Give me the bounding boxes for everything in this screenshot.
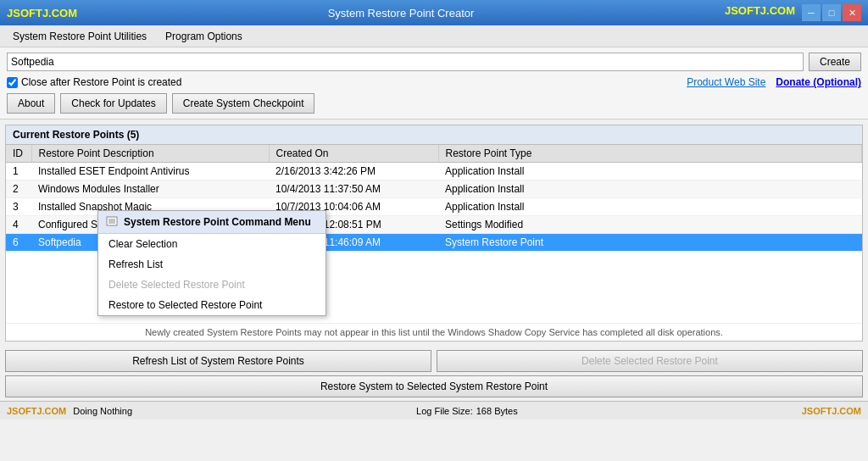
bottom-row1: Refresh List of System Restore Points De… (5, 350, 863, 372)
links-row: Product Web Site Donate (Optional) (687, 76, 861, 88)
col-type: Restore Point Type (438, 145, 862, 163)
product-web-link[interactable]: Product Web Site (687, 76, 765, 88)
table-header-row: ID Restore Point Description Created On … (6, 145, 862, 163)
restore-system-button[interactable]: Restore System to Selected System Restor… (5, 375, 863, 397)
create-button[interactable]: Create (809, 53, 861, 71)
delete-restore-button[interactable]: Delete Selected Restore Point (437, 350, 863, 372)
create-checkpoint-button[interactable]: Create System Checkpoint (172, 93, 315, 114)
context-menu-header: System Restore Point Command Menu (98, 211, 326, 234)
close-after-checkbox-label: Close after Restore Point is created (7, 76, 181, 88)
restore-name-input[interactable] (7, 53, 804, 71)
close-button[interactable]: ✕ (843, 4, 861, 21)
refresh-list-button[interactable]: Refresh List of System Restore Points (5, 350, 431, 372)
status-left: JSOFTJ.COM Doing Nothing (7, 406, 132, 416)
check-updates-button[interactable]: Check for Updates (60, 93, 166, 114)
maximize-button[interactable]: □ (822, 4, 841, 21)
log-size: 168 Bytes (476, 406, 518, 416)
about-button[interactable]: About (7, 93, 55, 114)
status-logo-left: JSOFTJ.COM (7, 406, 66, 416)
context-menu: System Restore Point Command Menu Clear … (97, 210, 326, 316)
menu-program-options[interactable]: Program Options (156, 27, 252, 46)
toolbar-row3: About Check for Updates Create System Ch… (7, 93, 861, 114)
bottom-row2: Restore System to Selected System Restor… (5, 375, 863, 397)
table-row[interactable]: 2Windows Modules Installer10/4/2013 11:3… (6, 181, 862, 198)
section-header: Current Restore Points (5) (6, 125, 862, 145)
status-text: Doing Nothing (73, 406, 132, 416)
main-content: Current Restore Points (5) ID Restore Po… (5, 125, 863, 342)
context-refresh-list[interactable]: Refresh List (98, 254, 326, 275)
log-label: Log File Size: (416, 406, 473, 416)
col-id: ID (6, 145, 31, 163)
col-desc: Restore Point Description (31, 145, 269, 163)
context-clear-selection[interactable]: Clear Selection (98, 234, 326, 254)
status-center: Log File Size: 168 Bytes (416, 406, 518, 416)
title-bar-controls: JSOFTJ.COM ─ □ ✕ (725, 4, 861, 21)
title-bar-logo-left: JSOFTJ.COM (7, 7, 77, 19)
donate-link[interactable]: Donate (Optional) (776, 76, 861, 88)
footer-note: Newly created System Restore Points may … (6, 323, 862, 341)
bottom-buttons: Refresh List of System Restore Points De… (0, 347, 868, 401)
title-bar: JSOFTJ.COM System Restore Point Creator … (0, 0, 868, 25)
menu-system-restore[interactable]: System Restore Point Utilities (3, 27, 156, 46)
title-bar-logo-right: JSOFTJ.COM (725, 4, 795, 21)
minimize-button[interactable]: ─ (802, 4, 821, 21)
context-restore-to-selected[interactable]: Restore to Selected Restore Point (98, 295, 326, 315)
context-delete-restore: Delete Selected Restore Point (98, 275, 326, 295)
table-row[interactable]: 1Installed ESET Endpoint Antivirus2/16/2… (6, 163, 862, 181)
col-date: Created On (269, 145, 438, 163)
title-bar-title: System Restore Point Creator (328, 7, 475, 19)
toolbar-row1: Create (7, 53, 861, 71)
close-after-checkbox[interactable] (7, 77, 18, 88)
menu-bar: System Restore Point Utilities Program O… (0, 25, 868, 47)
status-logo-right: JSOFTJ.COM (802, 406, 861, 416)
status-bar: JSOFTJ.COM Doing Nothing Log File Size: … (0, 401, 868, 419)
toolbar: Create Close after Restore Point is crea… (0, 47, 868, 119)
context-menu-icon (105, 215, 119, 229)
